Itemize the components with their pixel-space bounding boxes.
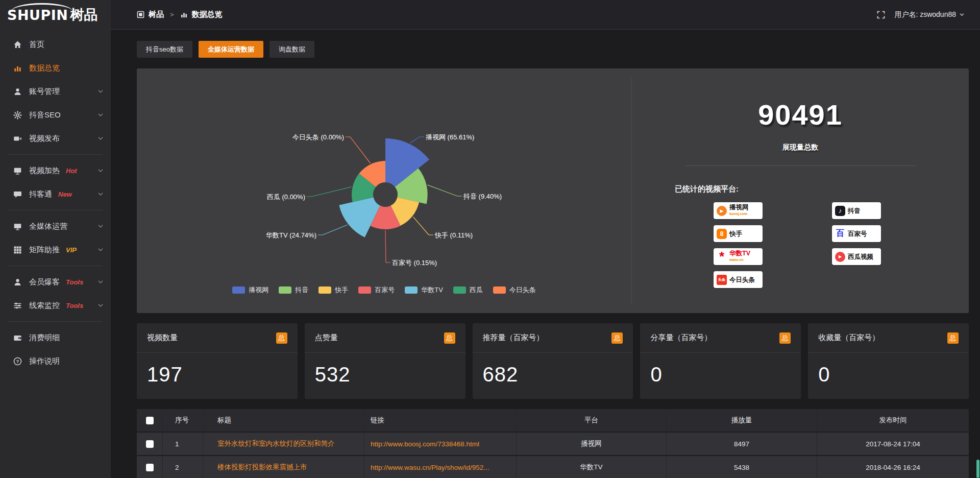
douyin-icon: ♪ bbox=[835, 206, 845, 216]
boosj-icon: ▶ bbox=[717, 206, 727, 216]
cell-index: 2 bbox=[163, 456, 203, 478]
video-title-link[interactable]: 楼体投影灯投影效果震撼上市 bbox=[217, 463, 307, 472]
column-header-链接: 链接 bbox=[364, 409, 517, 432]
sidebar-item-tag: VIP bbox=[66, 246, 77, 254]
stat-cards: 视频数量总197点赞量总532推荐量（百家号）总682分享量（百家号）总0收藏量… bbox=[137, 323, 969, 399]
sidebar-item-抖客通[interactable]: 抖客通New bbox=[0, 182, 111, 206]
platform-badges: ▶播视网boosj.com♪抖音8快手百百家号*华数TVwasu.cn▶西瓜视频… bbox=[714, 202, 969, 288]
sidebar-item-label: 线索监控 bbox=[29, 301, 60, 310]
sidebar-item-label: 视频加热 bbox=[29, 166, 60, 176]
screen-icon bbox=[13, 166, 22, 175]
row-checkbox[interactable] bbox=[146, 440, 154, 448]
scrollbar-thumb[interactable] bbox=[976, 460, 979, 478]
platform-name: 西瓜视频 bbox=[848, 254, 873, 260]
platform-name: 华数TV bbox=[729, 250, 750, 256]
table-row: 1室外水纹灯和室内水纹灯的区别和简介http://www.boosj.com/7… bbox=[137, 432, 969, 455]
legend-swatch bbox=[232, 286, 245, 294]
sidebar-item-矩阵助推[interactable]: 矩阵助推VIP bbox=[0, 238, 111, 261]
user-menu[interactable]: 用户名: zswodun88 bbox=[894, 10, 965, 19]
legend-label: 今日头条 bbox=[509, 285, 536, 295]
table-row: 2楼体投影灯投影效果震撼上市http://www.wasu.cn/Play/sh… bbox=[137, 455, 969, 478]
sidebar-item-视频发布[interactable]: 视频发布 bbox=[0, 127, 111, 150]
video-url-link[interactable]: http://www.boosj.com/7338468.html bbox=[371, 440, 479, 448]
toutiao-icon: 头条 bbox=[717, 275, 727, 285]
platform-badge-百家号: 百百家号 bbox=[832, 225, 881, 242]
legend-item-西瓜[interactable]: 西瓜 bbox=[453, 285, 483, 295]
user-icon bbox=[13, 87, 22, 96]
sidebar-item-数据总览[interactable]: 数据总览 bbox=[0, 56, 111, 80]
kuaishou-icon: 8 bbox=[717, 229, 727, 239]
stat-card-value: 682 bbox=[473, 353, 633, 386]
question-icon: ? bbox=[13, 357, 22, 366]
summary-section: 90491 展现量总数 已统计的视频平台: ▶播视网boosj.com♪抖音8快… bbox=[632, 68, 969, 313]
legend-swatch bbox=[493, 286, 506, 294]
pie-label: 快手 (0.11%) bbox=[434, 231, 473, 239]
sidebar-item-label: 数据总览 bbox=[29, 63, 60, 73]
stat-card-label: 推荐量（百家号） bbox=[483, 333, 544, 343]
chevron-down-icon bbox=[97, 247, 104, 253]
top-bar: 树品 > 数据总览 用户名: zswodun88 bbox=[111, 0, 980, 30]
legend-label: 快手 bbox=[335, 285, 348, 295]
sidebar-item-会员爆客[interactable]: 会员爆客Tools bbox=[0, 270, 111, 294]
legend-swatch bbox=[358, 286, 371, 294]
platform-badge-快手: 8快手 bbox=[714, 225, 763, 242]
select-all-checkbox[interactable] bbox=[146, 417, 154, 424]
sidebar-item-抖音SEO[interactable]: 抖音SEO bbox=[0, 103, 111, 127]
legend-label: 华数TV bbox=[421, 285, 443, 295]
stat-card-value: 0 bbox=[808, 353, 969, 386]
baijiahao-icon: 百 bbox=[835, 229, 845, 239]
pie-slice-华数TV[interactable] bbox=[339, 197, 380, 237]
stat-card-value: 0 bbox=[640, 353, 801, 386]
legend-item-快手[interactable]: 快手 bbox=[318, 285, 348, 295]
platform-badge-华数TV: *华数TVwasu.cn bbox=[714, 248, 763, 265]
video-title-link[interactable]: 室外水纹灯和室内水纹灯的区别和简介 bbox=[217, 439, 335, 448]
legend-item-播视网[interactable]: 播视网 bbox=[232, 285, 268, 295]
fullscreen-icon[interactable] bbox=[877, 11, 885, 19]
legend-item-抖音[interactable]: 抖音 bbox=[279, 285, 308, 295]
cell-platform: 华数TV bbox=[517, 456, 667, 478]
wallet-icon bbox=[13, 333, 22, 342]
video-url-link[interactable]: http://www.wasu.cn/Play/show/id/952... bbox=[371, 464, 489, 471]
wasu-icon: * bbox=[717, 252, 727, 262]
pie-label-line bbox=[307, 187, 352, 197]
summary-divider bbox=[685, 165, 916, 166]
pie-label: 华数TV (24.74%) bbox=[266, 231, 316, 239]
sidebar-item-label: 抖客通 bbox=[29, 189, 52, 199]
sidebar-item-全媒体运营[interactable]: 全媒体运营 bbox=[0, 214, 111, 238]
legend-item-今日头条[interactable]: 今日头条 bbox=[493, 285, 536, 295]
total-badge: 总 bbox=[779, 332, 791, 344]
legend-swatch bbox=[318, 286, 331, 294]
cell-published: 2018-04-26 16:24 bbox=[817, 456, 969, 478]
sidebar-item-label: 全媒体运营 bbox=[29, 222, 67, 231]
tab-全媒体运营数据[interactable]: 全媒体运营数据 bbox=[199, 41, 263, 58]
sidebar-item-视频加热[interactable]: 视频加热Hot bbox=[0, 159, 111, 182]
overview-panel: 播视网 (65.61%)抖音 (9.40%)快手 (0.11%)百家号 (0.1… bbox=[137, 68, 969, 313]
sidebar-item-消费明细[interactable]: 消费明细 bbox=[0, 326, 111, 349]
sidebar-divider bbox=[8, 154, 103, 155]
main-content: 抖音seo数据全媒体运营数据询盘数据 播视网 (65.61%)抖音 (9.40%… bbox=[111, 30, 980, 478]
column-header-平台: 平台 bbox=[517, 409, 667, 432]
chevron-down-icon bbox=[97, 88, 104, 94]
pie-label-line bbox=[410, 137, 424, 143]
legend-item-华数TV[interactable]: 华数TV bbox=[405, 285, 443, 295]
tab-抖音seo数据[interactable]: 抖音seo数据 bbox=[137, 41, 192, 58]
breadcrumb-root[interactable]: 树品 bbox=[149, 10, 164, 19]
chart-legend: 播视网抖音快手百家号华数TV西瓜今日头条 bbox=[137, 285, 631, 295]
stat-card-label: 视频数量 bbox=[147, 333, 178, 343]
tab-询盘数据[interactable]: 询盘数据 bbox=[270, 41, 314, 58]
platform-badge-西瓜视频: ▶西瓜视频 bbox=[832, 248, 881, 265]
chevron-down-icon bbox=[97, 191, 104, 197]
sidebar-item-label: 消费明细 bbox=[29, 333, 60, 343]
sidebar-item-首页[interactable]: 首页 bbox=[0, 33, 111, 56]
pie-label-line bbox=[385, 230, 390, 262]
monitor-icon bbox=[13, 222, 22, 231]
pie-label: 今日头条 (0.00%) bbox=[292, 133, 344, 141]
app-logo: SHUPIN 树品 bbox=[0, 0, 111, 30]
sidebar-item-线索监控[interactable]: 线索监控Tools bbox=[0, 294, 111, 317]
sidebar-item-账号管理[interactable]: 账号管理 bbox=[0, 80, 111, 103]
row-checkbox[interactable] bbox=[146, 464, 154, 471]
video-table: 序号标题链接平台播放量发布时间1室外水纹灯和室内水纹灯的区别和简介http://… bbox=[137, 409, 969, 478]
legend-item-百家号[interactable]: 百家号 bbox=[358, 285, 395, 295]
sidebar-item-操作说明[interactable]: ?操作说明 bbox=[0, 349, 111, 373]
total-badge: 总 bbox=[444, 332, 455, 344]
